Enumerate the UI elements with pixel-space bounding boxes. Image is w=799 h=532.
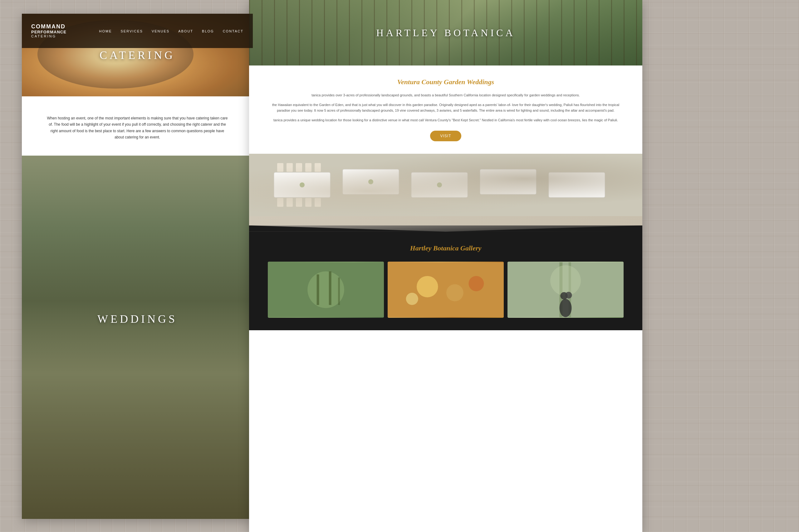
catering-title: CATERING: [99, 49, 175, 62]
svg-point-32: [550, 265, 581, 296]
nav-services[interactable]: SERVICES: [121, 29, 143, 33]
gallery-item-2: [388, 262, 504, 318]
gallery-item-3: [508, 262, 623, 318]
reception-tables-overlay: [249, 154, 642, 216]
nav-venues[interactable]: VENUES: [152, 29, 169, 33]
gallery-section: Hartley Botanica Gallery: [249, 232, 642, 330]
botanica-desc-1: tanica provides over 3-acres of professi…: [268, 92, 623, 98]
gallery-title: Hartley Botanica Gallery: [268, 244, 623, 252]
logo[interactable]: COMMAND PERFORMANCE CATERING: [31, 24, 67, 38]
svg-point-28: [406, 293, 418, 305]
botanica-hero: HARTLEY BOTANICA: [249, 0, 642, 65]
weddings-section: WEDDINGS: [22, 156, 253, 519]
gallery-grid: [268, 262, 623, 318]
logo-line3: CATERING: [31, 34, 67, 38]
logo-line1: COMMAND: [31, 24, 67, 30]
visit-button[interactable]: VISIT: [430, 131, 461, 141]
logo-line2: PERFORMANCE: [31, 30, 67, 34]
svg-rect-21: [317, 274, 319, 305]
svg-rect-24: [388, 262, 504, 317]
nav-blog[interactable]: BLOG: [202, 29, 214, 33]
botanica-desc-2: the Hawaiian equivalent to the Garden of…: [268, 102, 623, 114]
svg-point-27: [469, 276, 484, 291]
catering-content: When hosting an event, one of the most i…: [22, 96, 253, 159]
right-card: HARTLEY BOTANICA Ventura County Garden W…: [249, 0, 642, 532]
botanica-desc-3: tanica provides a unique wedding locatio…: [268, 117, 623, 123]
people-overlay: [22, 228, 253, 519]
svg-rect-22: [329, 271, 331, 305]
catering-description: When hosting an event, one of the most i…: [47, 115, 228, 141]
nav-contact[interactable]: CONTACT: [223, 29, 243, 33]
nav-about[interactable]: ABOUT: [178, 29, 193, 33]
svg-point-35: [565, 292, 572, 299]
botanica-subtitle: Ventura County Garden Weddings: [268, 78, 623, 86]
left-card: COMMAND PERFORMANCE CATERING HOME SERVIC…: [22, 14, 253, 519]
svg-point-25: [417, 276, 438, 298]
wedding-background: [22, 156, 253, 519]
wave-divider: [249, 216, 642, 232]
botanica-title: HARTLEY BOTANICA: [376, 27, 515, 39]
nav-links: HOME SERVICES VENUES ABOUT BLOG CONTACT: [99, 28, 243, 34]
svg-rect-23: [338, 278, 340, 305]
nav-home[interactable]: HOME: [99, 29, 112, 33]
gallery-item-1: [268, 262, 384, 318]
svg-point-33: [559, 299, 571, 317]
weddings-title: WEDDINGS: [97, 312, 177, 326]
botanica-content: Ventura County Garden Weddings tanica pr…: [249, 65, 642, 154]
reception-image: [249, 154, 642, 216]
navigation: COMMAND PERFORMANCE CATERING HOME SERVIC…: [22, 14, 253, 48]
svg-point-26: [446, 284, 464, 301]
wave-light: [249, 216, 642, 226]
